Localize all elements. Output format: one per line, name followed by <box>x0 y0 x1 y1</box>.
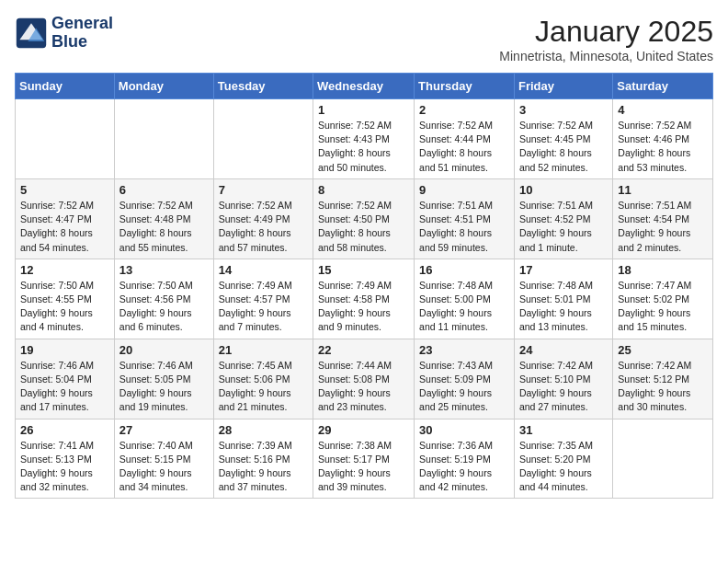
calendar-cell <box>114 99 213 179</box>
day-number: 17 <box>519 263 608 277</box>
week-row-2: 5Sunrise: 7:52 AM Sunset: 4:47 PM Daylig… <box>16 178 713 259</box>
weekday-header-saturday: Saturday <box>613 74 713 99</box>
day-number: 18 <box>618 263 708 277</box>
calendar-cell: 27Sunrise: 7:40 AM Sunset: 5:15 PM Dayli… <box>114 419 213 499</box>
day-info: Sunrise: 7:40 AM Sunset: 5:15 PM Dayligh… <box>119 439 209 495</box>
day-info: Sunrise: 7:42 AM Sunset: 5:12 PM Dayligh… <box>618 359 708 415</box>
week-row-5: 26Sunrise: 7:41 AM Sunset: 5:13 PM Dayli… <box>16 419 713 499</box>
day-number: 25 <box>618 343 708 357</box>
day-number: 28 <box>219 423 308 437</box>
calendar-cell: 1Sunrise: 7:52 AM Sunset: 4:43 PM Daylig… <box>313 99 415 179</box>
day-info: Sunrise: 7:49 AM Sunset: 4:57 PM Dayligh… <box>219 279 308 335</box>
calendar-cell: 9Sunrise: 7:51 AM Sunset: 4:51 PM Daylig… <box>415 178 515 259</box>
day-number: 13 <box>119 263 209 277</box>
calendar-cell: 5Sunrise: 7:52 AM Sunset: 4:47 PM Daylig… <box>16 178 115 259</box>
day-info: Sunrise: 7:51 AM Sunset: 4:51 PM Dayligh… <box>419 199 509 255</box>
calendar-cell: 25Sunrise: 7:42 AM Sunset: 5:12 PM Dayli… <box>613 339 713 419</box>
day-info: Sunrise: 7:51 AM Sunset: 4:52 PM Dayligh… <box>519 199 608 255</box>
calendar-cell: 7Sunrise: 7:52 AM Sunset: 4:49 PM Daylig… <box>213 178 313 259</box>
week-row-1: 1Sunrise: 7:52 AM Sunset: 4:43 PM Daylig… <box>16 99 713 179</box>
weekday-header-tuesday: Tuesday <box>213 74 313 99</box>
calendar-cell: 26Sunrise: 7:41 AM Sunset: 5:13 PM Dayli… <box>16 419 115 499</box>
day-number: 19 <box>20 343 109 357</box>
day-number: 29 <box>318 423 409 437</box>
week-row-4: 19Sunrise: 7:46 AM Sunset: 5:04 PM Dayli… <box>16 339 713 419</box>
day-number: 2 <box>419 103 509 117</box>
day-info: Sunrise: 7:50 AM Sunset: 4:56 PM Dayligh… <box>119 279 209 335</box>
calendar-cell: 13Sunrise: 7:50 AM Sunset: 4:56 PM Dayli… <box>114 259 213 339</box>
calendar-cell: 14Sunrise: 7:49 AM Sunset: 4:57 PM Dayli… <box>213 259 313 339</box>
day-number: 20 <box>119 343 209 357</box>
day-info: Sunrise: 7:52 AM Sunset: 4:48 PM Dayligh… <box>119 199 209 255</box>
weekday-header-friday: Friday <box>514 74 612 99</box>
day-info: Sunrise: 7:52 AM Sunset: 4:50 PM Dayligh… <box>318 199 409 255</box>
calendar-cell: 19Sunrise: 7:46 AM Sunset: 5:04 PM Dayli… <box>16 339 115 419</box>
day-info: Sunrise: 7:46 AM Sunset: 5:04 PM Dayligh… <box>20 359 109 415</box>
day-number: 8 <box>318 183 409 197</box>
calendar-cell: 12Sunrise: 7:50 AM Sunset: 4:55 PM Dayli… <box>16 259 115 339</box>
calendar-cell: 3Sunrise: 7:52 AM Sunset: 4:45 PM Daylig… <box>514 99 612 179</box>
calendar-cell: 21Sunrise: 7:45 AM Sunset: 5:06 PM Dayli… <box>213 339 313 419</box>
calendar-cell: 20Sunrise: 7:46 AM Sunset: 5:05 PM Dayli… <box>114 339 213 419</box>
day-number: 21 <box>219 343 308 357</box>
calendar-cell: 18Sunrise: 7:47 AM Sunset: 5:02 PM Dayli… <box>613 259 713 339</box>
calendar-cell: 16Sunrise: 7:48 AM Sunset: 5:00 PM Dayli… <box>415 259 515 339</box>
weekday-header-wednesday: Wednesday <box>313 74 415 99</box>
page-header: General Blue January 2025 Minnetrista, M… <box>15 15 713 63</box>
day-number: 24 <box>519 343 608 357</box>
calendar-cell: 28Sunrise: 7:39 AM Sunset: 5:16 PM Dayli… <box>213 419 313 499</box>
calendar-cell: 30Sunrise: 7:36 AM Sunset: 5:19 PM Dayli… <box>415 419 515 499</box>
day-number: 15 <box>318 263 409 277</box>
day-info: Sunrise: 7:48 AM Sunset: 5:01 PM Dayligh… <box>519 279 608 335</box>
day-info: Sunrise: 7:52 AM Sunset: 4:44 PM Dayligh… <box>419 119 509 175</box>
day-number: 6 <box>119 183 209 197</box>
day-info: Sunrise: 7:44 AM Sunset: 5:08 PM Dayligh… <box>318 359 409 415</box>
calendar-cell: 4Sunrise: 7:52 AM Sunset: 4:46 PM Daylig… <box>613 99 713 179</box>
day-info: Sunrise: 7:42 AM Sunset: 5:10 PM Dayligh… <box>519 359 608 415</box>
calendar-cell: 10Sunrise: 7:51 AM Sunset: 4:52 PM Dayli… <box>514 178 612 259</box>
day-number: 7 <box>219 183 308 197</box>
day-info: Sunrise: 7:35 AM Sunset: 5:20 PM Dayligh… <box>519 439 608 495</box>
day-number: 5 <box>20 183 109 197</box>
calendar-cell: 8Sunrise: 7:52 AM Sunset: 4:50 PM Daylig… <box>313 178 415 259</box>
calendar-cell: 17Sunrise: 7:48 AM Sunset: 5:01 PM Dayli… <box>514 259 612 339</box>
calendar-title: January 2025 <box>499 15 713 49</box>
calendar-cell: 23Sunrise: 7:43 AM Sunset: 5:09 PM Dayli… <box>415 339 515 419</box>
day-number: 12 <box>20 263 109 277</box>
day-number: 27 <box>119 423 209 437</box>
logo-area: General Blue <box>15 15 113 52</box>
title-area: January 2025 Minnetrista, Minnesota, Uni… <box>499 15 713 63</box>
day-info: Sunrise: 7:52 AM Sunset: 4:45 PM Dayligh… <box>519 119 608 175</box>
day-info: Sunrise: 7:38 AM Sunset: 5:17 PM Dayligh… <box>318 439 409 495</box>
day-number: 3 <box>519 103 608 117</box>
calendar-cell: 22Sunrise: 7:44 AM Sunset: 5:08 PM Dayli… <box>313 339 415 419</box>
day-number: 4 <box>618 103 708 117</box>
calendar-cell: 31Sunrise: 7:35 AM Sunset: 5:20 PM Dayli… <box>514 419 612 499</box>
day-info: Sunrise: 7:52 AM Sunset: 4:43 PM Dayligh… <box>318 119 409 175</box>
calendar-subtitle: Minnetrista, Minnesota, United States <box>499 49 713 63</box>
day-number: 10 <box>519 183 608 197</box>
calendar-cell: 6Sunrise: 7:52 AM Sunset: 4:48 PM Daylig… <box>114 178 213 259</box>
week-row-3: 12Sunrise: 7:50 AM Sunset: 4:55 PM Dayli… <box>16 259 713 339</box>
weekday-header-row: SundayMondayTuesdayWednesdayThursdayFrid… <box>16 74 713 99</box>
weekday-header-thursday: Thursday <box>415 74 515 99</box>
day-number: 11 <box>618 183 708 197</box>
calendar-cell <box>16 99 115 179</box>
weekday-header-sunday: Sunday <box>16 74 115 99</box>
day-info: Sunrise: 7:46 AM Sunset: 5:05 PM Dayligh… <box>119 359 209 415</box>
logo-text: General Blue <box>51 15 113 52</box>
logo-line1: General <box>51 14 113 32</box>
day-number: 9 <box>419 183 509 197</box>
day-number: 26 <box>20 423 109 437</box>
day-info: Sunrise: 7:49 AM Sunset: 4:58 PM Dayligh… <box>318 279 409 335</box>
day-number: 23 <box>419 343 509 357</box>
day-number: 16 <box>419 263 509 277</box>
day-number: 14 <box>219 263 308 277</box>
logo-line2: Blue <box>51 32 87 51</box>
day-info: Sunrise: 7:52 AM Sunset: 4:49 PM Dayligh… <box>219 199 308 255</box>
calendar-cell: 11Sunrise: 7:51 AM Sunset: 4:54 PM Dayli… <box>613 178 713 259</box>
day-number: 22 <box>318 343 409 357</box>
calendar-cell: 15Sunrise: 7:49 AM Sunset: 4:58 PM Dayli… <box>313 259 415 339</box>
day-info: Sunrise: 7:47 AM Sunset: 5:02 PM Dayligh… <box>618 279 708 335</box>
day-info: Sunrise: 7:45 AM Sunset: 5:06 PM Dayligh… <box>219 359 308 415</box>
